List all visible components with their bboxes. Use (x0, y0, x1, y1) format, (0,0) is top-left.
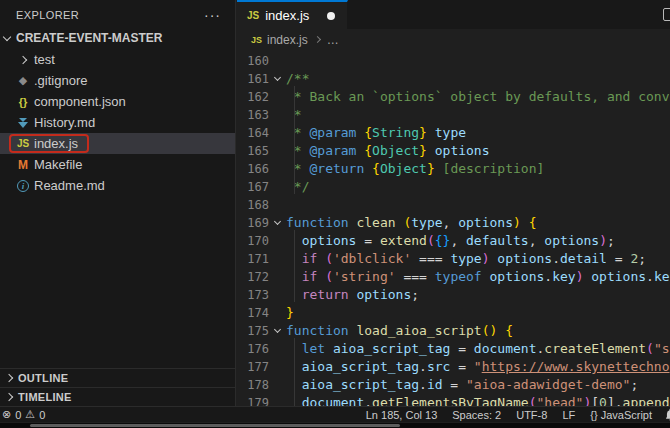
code-text: let aioa_script_tag = document.createEle… (286, 340, 670, 358)
code-line[interactable]: 161/** (237, 70, 670, 88)
section-outline[interactable]: OUTLINE (0, 368, 235, 387)
code-lines: 160161/**162 * Back an `options` object … (237, 52, 670, 406)
fold-chevron-icon[interactable] (269, 322, 286, 340)
code-editor[interactable]: 160161/**162 * Back an `options` object … (237, 50, 670, 406)
fold-gutter (269, 358, 286, 376)
code-line[interactable]: 178 aioa_script_tag.id = "aioa-adawidget… (237, 376, 670, 394)
language-mode[interactable]: {} JavaScript (590, 409, 652, 421)
indent-guide (294, 86, 295, 194)
horizontal-scrollbar[interactable] (30, 424, 400, 427)
status-right: Ln 185, Col 13 Spaces: 2 UTF-8 LF {} Jav… (351, 408, 670, 421)
section-timeline[interactable]: TIMELINE (0, 387, 235, 406)
line-number: 171 (237, 250, 269, 268)
code-text: options = extend({}, defaults, options); (286, 232, 615, 250)
line-number: 168 (237, 196, 269, 214)
code-text: aioa_script_tag.id = "aioa-adawidget-dem… (286, 376, 638, 394)
file-item-.gitignore[interactable]: ◆.gitignore (0, 70, 235, 91)
eol-setting[interactable]: LF (562, 409, 575, 421)
chevron-right-icon (5, 393, 13, 401)
fold-gutter (269, 250, 286, 268)
fold-gutter (269, 124, 286, 142)
encoding[interactable]: UTF-8 (516, 409, 547, 421)
indent-guide (294, 338, 295, 406)
code-line[interactable]: 177 aioa_script_tag.src = "https://www.s… (237, 358, 670, 376)
line-number: 178 (237, 376, 269, 394)
cursor-position[interactable]: Ln 185, Col 13 (366, 409, 438, 421)
code-line[interactable]: 174} (237, 304, 670, 322)
explorer-sidebar: EXPLORER ··· CREATE-EVENT-MASTER test◆.g… (0, 0, 236, 406)
code-text: /** (286, 70, 309, 88)
file-item-Readme.md[interactable]: iReadme.md (0, 175, 235, 196)
explorer-title: EXPLORER (16, 9, 79, 21)
file-icon-slot: {} (14, 96, 32, 108)
line-number: 176 (237, 340, 269, 358)
line-number: 167 (237, 178, 269, 196)
file-label: component.json (34, 94, 126, 109)
code-line[interactable]: 168 (237, 196, 670, 214)
line-number: 165 (237, 142, 269, 160)
breadcrumb-file[interactable]: index.js (267, 33, 308, 47)
code-line[interactable]: 179 document.getElementsByTagName("head"… (237, 394, 670, 406)
file-item-test[interactable]: test (0, 49, 235, 70)
line-number: 166 (237, 160, 269, 178)
code-line[interactable]: 176 let aioa_script_tag = document.creat… (237, 340, 670, 358)
fold-chevron-icon[interactable] (269, 214, 286, 232)
fold-gutter (269, 232, 286, 250)
code-text: if ('string' === typeof options.key) opt… (286, 268, 670, 286)
section-label: TIMELINE (18, 391, 72, 403)
file-tree: test◆.gitignore{}component.jsonHistory.m… (0, 49, 235, 196)
code-line[interactable]: 173 return options; (237, 286, 670, 304)
fold-chevron-icon[interactable] (269, 70, 286, 88)
chevron-down-icon (274, 326, 281, 333)
file-item-component.json[interactable]: {}component.json (0, 91, 235, 112)
indentation-setting[interactable]: Spaces: 2 (452, 409, 501, 421)
fold-gutter (269, 196, 286, 214)
code-line[interactable]: 170 options = extend({}, defaults, optio… (237, 232, 670, 250)
warnings-icon[interactable]: ⚠ (25, 408, 35, 421)
code-line[interactable]: 163 * (237, 106, 670, 124)
split-editor-icon[interactable] (663, 8, 670, 21)
code-line[interactable]: 175function load_aioa_script() { (237, 322, 670, 340)
code-text: return options; (286, 286, 419, 304)
chevron-down-icon (3, 32, 11, 40)
file-icon-slot (14, 57, 32, 63)
code-line[interactable]: 171 if ('dblclick' === type) options.det… (237, 250, 670, 268)
code-line[interactable]: 167 */ (237, 178, 670, 196)
code-line[interactable]: 166 * @return {Object} [description] (237, 160, 670, 178)
line-number: 175 (237, 322, 269, 340)
javascript-file-icon: JS (247, 10, 259, 21)
json-file-icon: {} (19, 96, 28, 108)
breadcrumb-more[interactable]: … (327, 33, 339, 47)
code-line[interactable]: 160 (237, 52, 670, 70)
breadcrumb: JS index.js … (237, 29, 670, 50)
file-item-Makefile[interactable]: MMakefile (0, 154, 235, 175)
warnings-count[interactable]: 0 (39, 409, 45, 421)
editor-group: JS index.js JS index.js … 160161/**162 *… (237, 0, 670, 406)
file-icon-slot (14, 117, 32, 129)
fold-gutter (269, 376, 286, 394)
fold-gutter (269, 106, 286, 124)
braces-icon: {} (590, 409, 597, 421)
fold-gutter (269, 340, 286, 358)
file-item-index.js[interactable]: JSindex.js (0, 133, 235, 154)
fold-gutter (269, 394, 286, 406)
section-label: OUTLINE (18, 372, 68, 384)
file-icon-slot: M (14, 158, 32, 172)
errors-icon[interactable]: ⊗ (2, 408, 11, 421)
modified-dot-icon[interactable] (327, 12, 335, 20)
line-number: 164 (237, 124, 269, 142)
code-line[interactable]: 165 * @param {Object} options (237, 142, 670, 160)
notifications-bell-icon[interactable] (664, 408, 670, 421)
file-item-History.md[interactable]: History.md (0, 112, 235, 133)
errors-count[interactable]: 0 (15, 409, 21, 421)
code-line[interactable]: 169function clean (type, options) { (237, 214, 670, 232)
more-actions-icon[interactable]: ··· (204, 11, 221, 19)
code-line[interactable]: 162 * Back an `options` object by defaul… (237, 88, 670, 106)
code-line[interactable]: 164 * @param {String} type (237, 124, 670, 142)
code-line[interactable]: 172 if ('string' === typeof options.key)… (237, 268, 670, 286)
root-folder-row[interactable]: CREATE-EVENT-MASTER (0, 27, 235, 49)
tab-indexjs[interactable]: JS index.js (237, 0, 348, 29)
code-text: function load_aioa_script() { (286, 322, 513, 340)
code-text: * @param {String} type (286, 124, 466, 142)
explorer-header: EXPLORER ··· (0, 0, 235, 27)
